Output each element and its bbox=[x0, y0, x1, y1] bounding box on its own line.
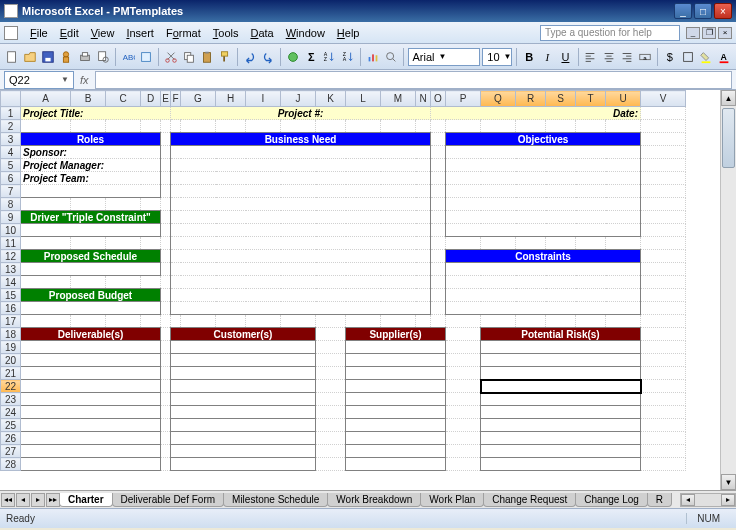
cell-E12[interactable] bbox=[161, 250, 171, 263]
col-header-V[interactable]: V bbox=[641, 91, 686, 107]
cell-P14[interactable] bbox=[446, 276, 641, 289]
col-header-P[interactable]: P bbox=[446, 91, 481, 107]
cell-D11[interactable] bbox=[141, 237, 161, 250]
cell-P6[interactable] bbox=[446, 172, 641, 185]
cell-A21[interactable] bbox=[21, 367, 161, 380]
sheet-tab-r[interactable]: R bbox=[647, 493, 672, 507]
cell-A25[interactable] bbox=[21, 419, 161, 432]
cell-A3[interactable]: Roles bbox=[21, 133, 161, 146]
cell-G2[interactable] bbox=[181, 120, 216, 133]
cell-F12[interactable] bbox=[171, 250, 431, 263]
cell-T2[interactable] bbox=[576, 120, 606, 133]
font-selector[interactable]: Arial▼ bbox=[408, 48, 481, 66]
cell-A26[interactable] bbox=[21, 432, 161, 445]
cell-F2[interactable] bbox=[171, 120, 181, 133]
col-header-C[interactable]: C bbox=[106, 91, 141, 107]
cell-P17[interactable] bbox=[446, 315, 481, 328]
cell-A24[interactable] bbox=[21, 406, 161, 419]
fx-icon[interactable]: fx bbox=[80, 74, 89, 86]
cell-V22[interactable] bbox=[641, 380, 686, 393]
italic-button[interactable]: I bbox=[539, 47, 555, 67]
col-header-D[interactable]: D bbox=[141, 91, 161, 107]
cell-L24[interactable] bbox=[346, 406, 446, 419]
cell-P23[interactable] bbox=[446, 393, 481, 406]
cell-B2[interactable] bbox=[71, 120, 106, 133]
cell-K24[interactable] bbox=[316, 406, 346, 419]
cell-C11[interactable] bbox=[106, 237, 141, 250]
cell-C8[interactable] bbox=[106, 198, 141, 211]
menu-tools[interactable]: Tools bbox=[207, 25, 245, 41]
cell-Q27[interactable] bbox=[481, 445, 641, 458]
cell-O7[interactable] bbox=[431, 185, 446, 198]
col-header-S[interactable]: S bbox=[546, 91, 576, 107]
cell-D17[interactable] bbox=[141, 315, 161, 328]
help-search-box[interactable]: Type a question for help bbox=[540, 25, 680, 41]
row-header-5[interactable]: 5 bbox=[1, 159, 21, 172]
cell-S11[interactable] bbox=[546, 237, 576, 250]
cell-E5[interactable] bbox=[161, 159, 171, 172]
menu-file[interactable]: File bbox=[24, 25, 54, 41]
cell-P12[interactable]: Constraints bbox=[446, 250, 641, 263]
cell-F21[interactable] bbox=[171, 367, 316, 380]
cell-L17[interactable] bbox=[346, 315, 381, 328]
zoom-button[interactable] bbox=[383, 47, 399, 67]
menu-format[interactable]: Format bbox=[160, 25, 207, 41]
col-header-G[interactable]: G bbox=[181, 91, 216, 107]
cell-P5[interactable] bbox=[446, 159, 641, 172]
cell-R17[interactable] bbox=[516, 315, 546, 328]
bold-button[interactable]: B bbox=[521, 47, 537, 67]
cell-L2[interactable] bbox=[346, 120, 381, 133]
cell-P4[interactable] bbox=[446, 146, 641, 159]
cell-E11[interactable] bbox=[161, 237, 171, 250]
tab-nav-last[interactable]: ▸▸ bbox=[46, 493, 60, 507]
menu-edit[interactable]: Edit bbox=[54, 25, 85, 41]
cell-P27[interactable] bbox=[446, 445, 481, 458]
cell-K25[interactable] bbox=[316, 419, 346, 432]
cell-V3[interactable] bbox=[641, 133, 686, 146]
spreadsheet-grid[interactable]: ABCDEFGHIJKLMNOPQRSTUV1Project Title:Pro… bbox=[0, 90, 686, 471]
cell-E17[interactable] bbox=[161, 315, 171, 328]
cell-F20[interactable] bbox=[171, 354, 316, 367]
cell-K20[interactable] bbox=[316, 354, 346, 367]
cell-E21[interactable] bbox=[161, 367, 171, 380]
currency-button[interactable]: $ bbox=[662, 47, 678, 67]
cell-L25[interactable] bbox=[346, 419, 446, 432]
row-header-25[interactable]: 25 bbox=[1, 419, 21, 432]
cell-P21[interactable] bbox=[446, 367, 481, 380]
sort-desc-button[interactable]: ZA bbox=[340, 47, 356, 67]
col-header-F[interactable]: F bbox=[171, 91, 181, 107]
cell-E8[interactable] bbox=[161, 198, 171, 211]
col-header-K[interactable]: K bbox=[316, 91, 346, 107]
cell-A5[interactable]: Project Manager: bbox=[21, 159, 161, 172]
cell-A14[interactable] bbox=[21, 276, 71, 289]
cell-A17[interactable] bbox=[21, 315, 71, 328]
col-header-H[interactable]: H bbox=[216, 91, 246, 107]
cell-V25[interactable] bbox=[641, 419, 686, 432]
cell-K17[interactable] bbox=[316, 315, 346, 328]
cell-V28[interactable] bbox=[641, 458, 686, 471]
row-header-1[interactable]: 1 bbox=[1, 107, 21, 120]
cell-E10[interactable] bbox=[161, 224, 171, 237]
maximize-button[interactable]: □ bbox=[694, 3, 712, 19]
cell-O2[interactable] bbox=[431, 120, 446, 133]
row-header-26[interactable]: 26 bbox=[1, 432, 21, 445]
col-header-U[interactable]: U bbox=[606, 91, 641, 107]
menu-data[interactable]: Data bbox=[244, 25, 279, 41]
cell-H17[interactable] bbox=[216, 315, 246, 328]
save-button[interactable] bbox=[40, 47, 56, 67]
mdi-minimize-button[interactable]: _ bbox=[686, 27, 700, 39]
cell-E23[interactable] bbox=[161, 393, 171, 406]
cell-P11[interactable] bbox=[446, 237, 481, 250]
cell-L23[interactable] bbox=[346, 393, 446, 406]
cell-U2[interactable] bbox=[606, 120, 641, 133]
fill-color-button[interactable] bbox=[698, 47, 714, 67]
research-button[interactable] bbox=[138, 47, 154, 67]
cell-O16[interactable] bbox=[431, 302, 446, 315]
col-header-O[interactable]: O bbox=[431, 91, 446, 107]
cell-M17[interactable] bbox=[381, 315, 416, 328]
cell-P2[interactable] bbox=[446, 120, 481, 133]
mdi-close-button[interactable]: × bbox=[718, 27, 732, 39]
row-header-7[interactable]: 7 bbox=[1, 185, 21, 198]
cell-P25[interactable] bbox=[446, 419, 481, 432]
col-header-N[interactable]: N bbox=[416, 91, 431, 107]
